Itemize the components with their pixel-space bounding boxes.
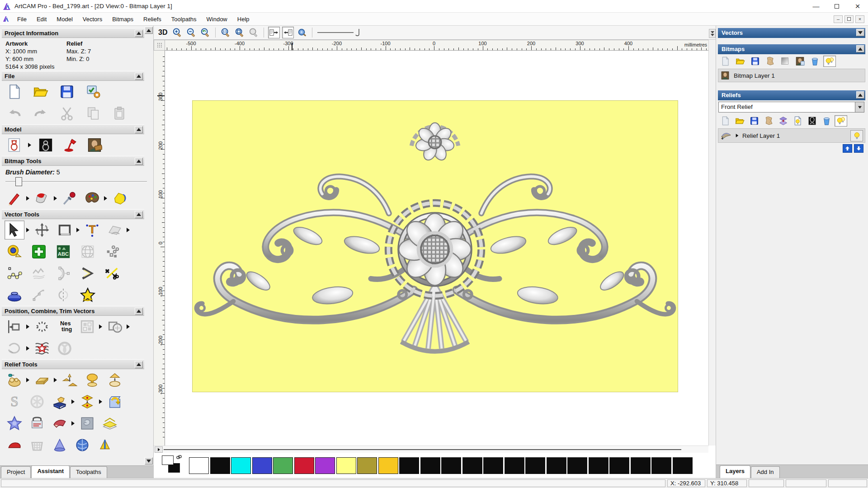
mdi-close-button[interactable]: × [855,15,864,23]
weave-relief-button[interactable] [27,392,47,411]
mdi-minimize-button[interactable]: ‒ [834,15,843,23]
trim-flyout[interactable] [26,346,29,351]
align-vectors-button[interactable] [5,317,24,336]
menu-reliefs[interactable]: Reliefs [138,14,166,24]
menu-bitmaps[interactable]: Bitmaps [107,14,138,24]
flood-fill-flyout[interactable] [54,196,57,201]
create-polyline-button[interactable] [5,264,24,283]
palette-colour-5[interactable] [294,457,314,474]
menu-edit[interactable]: Edit [32,14,52,24]
gradient-button[interactable] [778,56,791,67]
bitmap-layer-row[interactable]: Bitmap Layer 1 [718,69,865,82]
palette-colour-3[interactable] [252,457,272,474]
tab-assistant[interactable]: Assistant [31,465,70,478]
collapse-vector-tools-button[interactable] [135,211,143,218]
node-edit-button[interactable] [29,286,49,305]
select-vectors-button[interactable] [5,221,24,239]
save-model-button[interactable] [57,82,77,101]
horizontal-scrollbar[interactable] [154,446,708,453]
block-copy-button[interactable] [77,317,97,336]
scroll-up-button[interactable] [145,27,153,34]
mesh-creator-button[interactable] [78,242,98,261]
delete-bitmap-layer-button[interactable] [808,56,821,67]
canvas-viewport[interactable] [165,51,708,446]
weld-flyout[interactable] [127,324,130,329]
redo-button[interactable] [31,104,51,123]
slider-thumb[interactable] [15,177,22,186]
measure-button[interactable] [5,242,24,261]
bitmap-model-button[interactable] [36,136,56,155]
toggle-vector-view-button[interactable] [282,27,294,38]
create-rectangle-button[interactable] [55,221,75,239]
pan-view-button[interactable] [296,27,308,38]
primary-secondary-colour-chip[interactable] [162,455,183,475]
palette-colour-2[interactable] [231,457,251,474]
block-copy-flyout[interactable] [99,324,102,329]
wrap-relief-button[interactable] [105,392,125,411]
freehand-draw-button[interactable] [29,264,49,283]
collapse-model-button[interactable] [135,126,143,133]
create-star-button[interactable] [78,286,98,305]
palette-colour-22[interactable] [651,457,671,474]
zoom-in-button[interactable] [171,27,183,38]
move-layer-up-button[interactable] [843,144,852,153]
pick-colour-button[interactable] [60,189,80,208]
open-model-button[interactable] [31,82,51,101]
flood-fill-button[interactable] [32,189,52,208]
copy-bitmap-layer-button[interactable] [793,56,806,67]
zoom-object-button[interactable] [248,27,259,38]
text-on-curve-button[interactable] [32,317,52,336]
relief-set-dropdown[interactable]: Front Relief [718,102,864,113]
palette-colour-10[interactable] [399,457,419,474]
menu-model[interactable]: Model [52,14,77,24]
arc-edit-button[interactable] [53,264,73,283]
palette-colour-17[interactable] [547,457,566,474]
relief-layer-visibility-button[interactable] [850,130,863,141]
undo-button[interactable] [5,104,24,123]
palette-flyout[interactable] [104,196,107,201]
cut-vectors-button[interactable] [102,264,122,283]
bevel-tool-button[interactable] [78,264,98,283]
preview-relief-layer-button[interactable] [791,115,804,127]
palette-colour-1[interactable] [210,457,230,474]
mdi-restore-button[interactable] [844,15,854,23]
smooth-s-button[interactable]: S [5,392,24,411]
palette-colour-20[interactable] [609,457,629,474]
palette-colour-0[interactable] [189,457,209,474]
paste-centre-button[interactable] [29,242,49,261]
artwork-canvas[interactable] [192,100,678,392]
palette-colour-11[interactable] [420,457,440,474]
close-button[interactable]: × [847,0,868,12]
delete-relief-layer-button[interactable] [820,115,833,127]
palette-colour-4[interactable] [273,457,293,474]
tab-toolpaths[interactable]: Toolpaths [70,466,107,478]
sculpt-flyout[interactable] [26,378,29,382]
expand-vectors-button[interactable] [856,29,864,36]
toggle-relief-visibility-button[interactable] [835,115,847,127]
sculpt-relief-button[interactable] [5,371,24,389]
copy-button[interactable] [83,104,103,123]
sphere-texture-button[interactable] [72,436,92,455]
extrude-dome-button[interactable] [5,286,24,305]
zoom-out-button[interactable] [185,27,197,38]
interlock-vectors-button[interactable] [55,339,75,358]
new-model-button[interactable] [5,82,24,101]
brush-diameter-slider[interactable] [5,177,147,187]
merge-relief-button[interactable] [762,115,775,127]
sketch-model-flyout[interactable] [28,143,31,147]
menu-toolpaths[interactable]: Toolpaths [166,14,202,24]
save-bitmap-button[interactable] [749,56,761,67]
paste-button[interactable] [109,104,129,123]
stack-shapes-button[interactable] [105,371,125,389]
rectangle-flyout[interactable] [76,228,80,232]
star-relief-button[interactable] [5,414,24,433]
palette-colour-23[interactable] [673,457,693,474]
line-width-preview[interactable] [316,27,362,38]
basket-weave-button[interactable] [27,436,47,455]
relief-image-flyout[interactable] [71,399,75,404]
select-flyout[interactable] [26,228,29,232]
colour-palette-button[interactable] [82,189,102,208]
palette-colour-18[interactable] [567,457,587,474]
tab-project[interactable]: Project [1,466,31,478]
assistant-scrollbar[interactable] [144,26,153,465]
